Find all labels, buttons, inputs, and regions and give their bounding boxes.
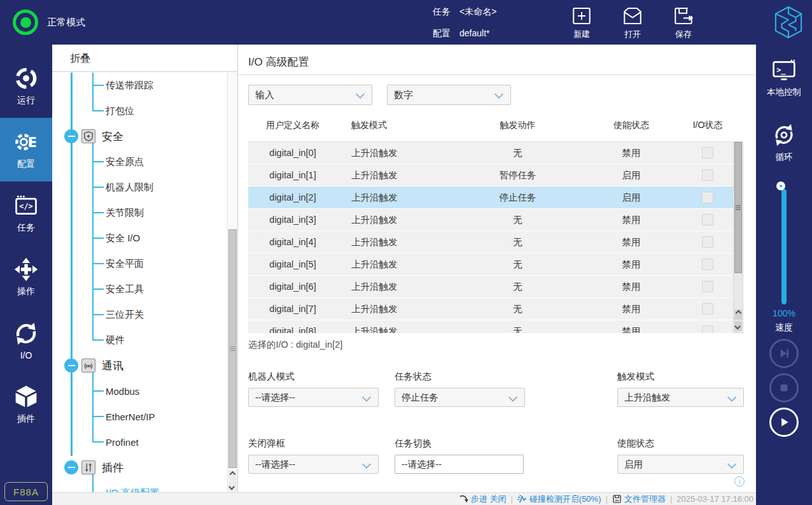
io-state-checkbox[interactable] bbox=[702, 192, 713, 203]
cell-enable-state: 禁用 bbox=[580, 259, 682, 271]
tree-item-label: I/O 高级配置 bbox=[106, 487, 159, 493]
cell-io-state bbox=[682, 325, 733, 333]
close-popup-select[interactable]: --请选择-- bbox=[248, 455, 379, 474]
open-button[interactable]: 打开 bbox=[612, 5, 653, 40]
io-state-checkbox[interactable] bbox=[702, 147, 713, 159]
file-manager-link[interactable]: 文件管理器 bbox=[612, 494, 666, 505]
nav-item-plugin[interactable]: 插件 bbox=[0, 373, 52, 436]
step-mode-status[interactable]: 步进 关闭 bbox=[459, 494, 507, 505]
table-scroll-up-button[interactable] bbox=[734, 309, 742, 320]
tree-item[interactable]: 打包位 bbox=[52, 98, 227, 124]
io-direction-select[interactable]: 输入 bbox=[248, 85, 372, 105]
left-nav: 运行 配置 </> 任务 操作 I/O 插件 F88A bbox=[0, 45, 52, 505]
stop-button[interactable] bbox=[769, 373, 799, 402]
nav-item-io[interactable]: I/O bbox=[0, 309, 52, 373]
io-state-checkbox[interactable] bbox=[702, 236, 713, 248]
robot-mode-label: 机器人模式 bbox=[248, 371, 379, 383]
collision-detect-status[interactable]: 碰撞检测开启(50%) bbox=[517, 494, 601, 505]
tree-item-label: 关节限制 bbox=[106, 207, 144, 219]
table-scrollbar[interactable] bbox=[733, 141, 743, 333]
cell-enable-state: 禁用 bbox=[580, 303, 682, 315]
io-state-checkbox[interactable] bbox=[702, 169, 713, 181]
speed-slider-handle[interactable] bbox=[776, 181, 785, 190]
close-popup-value: --请选择-- bbox=[255, 459, 295, 469]
save-button[interactable]: 保存 bbox=[663, 5, 704, 40]
nav-item-run[interactable]: 运行 bbox=[0, 54, 52, 118]
cell-trigger-mode: 上升沿触发 bbox=[337, 303, 455, 315]
tree-group[interactable]: 插件 bbox=[52, 455, 227, 480]
io-table-row[interactable]: digital_in[3] 上升沿触发 无 禁用 bbox=[248, 209, 733, 231]
file-manager-text: 文件管理器 bbox=[624, 494, 666, 505]
io-type-select[interactable]: 数字 bbox=[387, 85, 511, 105]
enable-state-select[interactable]: 启用 bbox=[617, 455, 744, 474]
cell-trigger-mode: 上升沿触发 bbox=[337, 192, 455, 204]
tree-item[interactable]: I/O 高级配置 bbox=[52, 480, 227, 492]
cell-user-defined-name: digital_in[5] bbox=[248, 259, 337, 269]
task-state-select[interactable]: 停止任务 bbox=[395, 388, 525, 407]
collapse-minus-icon[interactable] bbox=[64, 359, 78, 373]
trigger-mode-select[interactable]: 上升沿触发 bbox=[617, 388, 744, 407]
nav-item-operate[interactable]: 操作 bbox=[0, 245, 52, 309]
tree-scrollbar[interactable] bbox=[227, 73, 237, 492]
nav-item-task[interactable]: </> 任务 bbox=[0, 181, 52, 245]
speed-slider-track[interactable] bbox=[781, 189, 787, 304]
tree-item-label: 硬件 bbox=[106, 334, 125, 346]
tree-item[interactable]: EtherNet/IP bbox=[52, 404, 227, 429]
tree-item-label: 安全原点 bbox=[106, 156, 144, 168]
cell-trigger-mode: 上升沿触发 bbox=[337, 325, 455, 334]
info-icon[interactable]: i bbox=[734, 476, 745, 487]
task-switch-field: 任务切换 --请选择-- bbox=[395, 437, 524, 474]
step-forward-button[interactable] bbox=[769, 339, 799, 368]
tree-group[interactable]: 安全 bbox=[52, 124, 227, 149]
io-table-row[interactable]: digital_in[6] 上升沿触发 无 禁用 bbox=[248, 276, 733, 298]
tree-item[interactable]: 安全平面 bbox=[52, 251, 227, 276]
io-table-row[interactable]: digital_in[1] 上升沿触发 暂停任务 启用 bbox=[248, 164, 733, 187]
nav-item-config-label: 配置 bbox=[17, 159, 35, 170]
io-state-checkbox[interactable] bbox=[702, 214, 713, 225]
tree-item[interactable]: 安全原点 bbox=[52, 149, 227, 174]
io-state-checkbox[interactable] bbox=[702, 325, 713, 333]
tree-item[interactable]: Profinet bbox=[52, 429, 227, 455]
tree-item[interactable]: 三位开关 bbox=[52, 302, 227, 327]
io-state-checkbox[interactable] bbox=[702, 259, 713, 270]
tree-item[interactable]: 安全 I/O bbox=[52, 225, 227, 251]
svg-text:</>: </> bbox=[19, 202, 32, 211]
io-table-row[interactable]: digital_in[2] 上升沿触发 停止任务 启用 bbox=[248, 187, 733, 209]
tree-item-label: 传送带跟踪 bbox=[106, 80, 153, 92]
col-header-io-state: I/O状态 bbox=[682, 120, 733, 131]
new-button[interactable]: 新建 bbox=[561, 5, 602, 40]
title-divider bbox=[238, 75, 756, 75]
tree-scroll-down-button[interactable] bbox=[228, 481, 237, 492]
tree-item[interactable]: 机器人限制 bbox=[52, 174, 227, 200]
tree-item[interactable]: 关节限制 bbox=[52, 200, 227, 225]
tree-item[interactable]: Modbus bbox=[52, 378, 227, 404]
config-tree: 传送带跟踪 打包位 安全 安全原点 机器人限制 关节限制 安全 I/O 安全平面… bbox=[52, 73, 227, 492]
table-scrollbar-thumb[interactable] bbox=[734, 142, 742, 273]
tree-item[interactable]: 硬件 bbox=[52, 327, 227, 353]
robot-mode-select[interactable]: --请选择-- bbox=[248, 388, 379, 407]
io-table-row[interactable]: digital_in[4] 上升沿触发 无 禁用 bbox=[248, 231, 733, 253]
cell-trigger-mode: 上升沿触发 bbox=[337, 169, 455, 181]
collapse-minus-icon[interactable] bbox=[64, 129, 78, 143]
io-table-row[interactable]: digital_in[8] 上升沿触发 无 禁用 bbox=[248, 320, 733, 333]
table-scroll-down-button[interactable] bbox=[734, 321, 742, 331]
io-state-checkbox[interactable] bbox=[702, 281, 713, 292]
tree-item[interactable]: 安全工具 bbox=[52, 276, 227, 302]
task-state-value: 停止任务 bbox=[402, 392, 438, 402]
tree-group[interactable]: 通讯 bbox=[52, 353, 227, 378]
close-popup-field: 关闭弹框 --请选择-- bbox=[248, 437, 379, 474]
io-table-row[interactable]: digital_in[7] 上升沿触发 无 禁用 bbox=[248, 298, 733, 320]
loop-button[interactable]: 循环 bbox=[756, 122, 812, 163]
tree-scroll-up-button[interactable] bbox=[228, 471, 237, 481]
play-button[interactable] bbox=[769, 408, 799, 437]
task-switch-input[interactable]: --请选择-- bbox=[395, 455, 524, 474]
collapse-minus-icon[interactable] bbox=[64, 460, 78, 474]
io-table-row[interactable]: digital_in[5] 上升沿触发 无 禁用 bbox=[248, 253, 733, 276]
tree-item[interactable]: 传送带跟踪 bbox=[52, 73, 227, 98]
local-control-button[interactable]: >_ 本地控制 bbox=[756, 57, 812, 98]
io-state-checkbox[interactable] bbox=[702, 303, 713, 315]
tree-collapse-header[interactable]: 折叠 bbox=[52, 45, 237, 72]
nav-item-config[interactable]: 配置 bbox=[0, 118, 52, 181]
tree-scrollbar-thumb[interactable] bbox=[228, 229, 237, 468]
io-table-row[interactable]: digital_in[0] 上升沿触发 无 禁用 bbox=[248, 142, 733, 164]
